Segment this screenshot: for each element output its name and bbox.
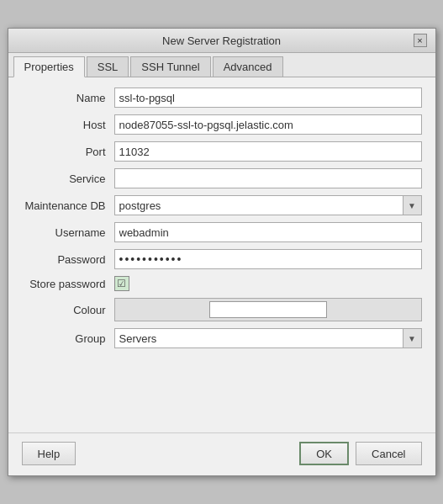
username-label: Username [22, 226, 114, 239]
maintenance-db-select-wrapper: postgres ▼ [114, 195, 422, 215]
store-password-label: Store password [22, 278, 114, 290]
service-label: Service [22, 172, 114, 185]
port-label: Port [22, 146, 114, 158]
tab-ssl[interactable]: SSL [87, 56, 129, 77]
service-row: Service [22, 168, 422, 188]
username-input[interactable] [114, 222, 422, 242]
tab-ssh-tunnel[interactable]: SSH Tunnel [130, 56, 210, 77]
colour-label: Colour [22, 304, 114, 316]
maintenance-db-label: Maintenance DB [22, 199, 114, 212]
group-row: Group Servers ▼ [22, 328, 422, 348]
store-password-checkbox[interactable]: ☑ [114, 276, 129, 291]
dialog-window: New Server Registration × Properties SSL… [8, 28, 436, 476]
group-dropdown-arrow[interactable]: ▼ [403, 328, 422, 348]
blank-area [22, 355, 422, 422]
colour-row: Colour [22, 298, 422, 321]
username-row: Username [22, 222, 422, 242]
colour-box-inner [209, 301, 327, 318]
title-bar: New Server Registration × [8, 29, 435, 53]
dialog-footer: Help OK Cancel [8, 432, 435, 475]
dropdown-arrow-icon: ▼ [408, 201, 416, 210]
service-input[interactable] [114, 168, 422, 188]
group-arrow-icon: ▼ [408, 334, 416, 343]
tab-bar: Properties SSL SSH Tunnel Advanced [8, 53, 435, 77]
password-row: Password [22, 249, 422, 269]
name-input[interactable] [114, 88, 422, 108]
form-content: Name Host Port Service Maintenance DB po… [8, 77, 435, 432]
store-password-row: Store password ☑ [22, 276, 422, 291]
colour-picker[interactable] [114, 298, 422, 321]
group-select[interactable]: Servers [114, 328, 403, 348]
tab-properties[interactable]: Properties [13, 56, 85, 77]
maintenance-db-row: Maintenance DB postgres ▼ [22, 195, 422, 215]
name-label: Name [22, 92, 114, 104]
name-row: Name [22, 88, 422, 108]
host-label: Host [22, 119, 114, 131]
host-input[interactable] [114, 114, 422, 135]
maintenance-db-dropdown-arrow[interactable]: ▼ [403, 195, 422, 215]
group-select-wrapper: Servers ▼ [114, 328, 422, 348]
password-label: Password [22, 253, 114, 266]
tab-advanced[interactable]: Advanced [213, 56, 283, 77]
host-row: Host [22, 114, 422, 135]
ok-button[interactable]: OK [299, 442, 349, 465]
dialog-title: New Server Registration [30, 34, 414, 47]
password-input[interactable] [114, 249, 422, 269]
close-button[interactable]: × [414, 34, 427, 47]
port-input[interactable] [114, 141, 422, 162]
maintenance-db-select[interactable]: postgres [114, 195, 403, 215]
help-button[interactable]: Help [22, 442, 76, 465]
group-label: Group [22, 332, 114, 345]
port-row: Port [22, 141, 422, 162]
cancel-button[interactable]: Cancel [356, 442, 421, 465]
checkbox-check-icon: ☑ [117, 278, 126, 289]
